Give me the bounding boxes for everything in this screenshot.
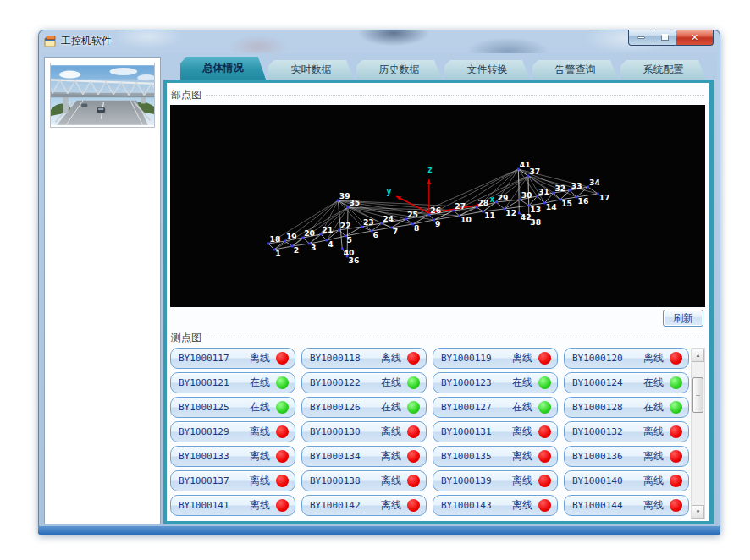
point-status: 离线 bbox=[381, 449, 407, 464]
svg-text:16: 16 bbox=[578, 196, 589, 206]
tab-1[interactable]: 总体情况 bbox=[180, 57, 266, 80]
svg-text:23: 23 bbox=[363, 217, 374, 227]
point-status: 在线 bbox=[643, 400, 670, 415]
grid-scrollbar[interactable]: ▲ ▼ bbox=[691, 348, 705, 519]
refresh-button[interactable]: 刷新 bbox=[663, 310, 703, 327]
close-icon: ✕ bbox=[691, 32, 698, 43]
status-dot-icon bbox=[276, 475, 289, 487]
bridge-photo bbox=[50, 63, 155, 128]
point-item[interactable]: BY1000128在线 bbox=[564, 397, 689, 418]
point-id: BY1000119 bbox=[441, 353, 492, 364]
app-icon bbox=[44, 36, 57, 47]
point-item[interactable]: BY1000135离线 bbox=[433, 446, 558, 467]
maximize-button[interactable] bbox=[653, 30, 676, 46]
svg-text:40: 40 bbox=[344, 248, 355, 257]
svg-text:34: 34 bbox=[589, 178, 600, 187]
svg-text:35: 35 bbox=[349, 198, 360, 207]
point-status: 离线 bbox=[250, 474, 276, 488]
status-dot-icon bbox=[670, 475, 682, 487]
maximize-icon bbox=[661, 34, 669, 41]
point-item[interactable]: BY1000131离线 bbox=[433, 421, 558, 442]
points-diagram-label: 测点图 bbox=[171, 331, 704, 345]
point-item[interactable]: BY1000118离线 bbox=[301, 348, 427, 369]
point-item[interactable]: BY1000124在线 bbox=[564, 372, 689, 393]
point-item[interactable]: BY1000120离线 bbox=[564, 348, 689, 369]
status-dot-icon bbox=[670, 352, 682, 365]
point-item[interactable]: BY1000134离线 bbox=[301, 446, 427, 467]
point-item[interactable]: BY1000117离线 bbox=[170, 348, 295, 369]
svg-text:x: x bbox=[489, 195, 494, 204]
status-dot-icon bbox=[670, 499, 682, 512]
point-id: BY1000120 bbox=[572, 353, 623, 364]
point-id: BY1000118 bbox=[310, 353, 361, 364]
point-id: BY1000127 bbox=[441, 402, 492, 413]
point-status: 离线 bbox=[512, 474, 538, 488]
point-item[interactable]: BY1000140离线 bbox=[564, 470, 689, 491]
point-item[interactable]: BY1000139离线 bbox=[433, 470, 558, 491]
point-id: BY1000132 bbox=[572, 426, 623, 437]
svg-text:13: 13 bbox=[530, 205, 541, 214]
point-status: 离线 bbox=[643, 425, 670, 439]
svg-text:32: 32 bbox=[554, 184, 565, 193]
point-status: 离线 bbox=[250, 351, 276, 365]
point-status: 在线 bbox=[512, 376, 538, 390]
point-id: BY1000137 bbox=[179, 475, 229, 486]
point-item[interactable]: BY1000119离线 bbox=[433, 348, 558, 369]
point-id: BY1000138 bbox=[310, 475, 361, 486]
svg-text:21: 21 bbox=[323, 225, 334, 234]
close-button[interactable]: ✕ bbox=[676, 30, 714, 46]
svg-text:2: 2 bbox=[294, 245, 299, 255]
scrollbar-thumb[interactable] bbox=[692, 377, 703, 413]
tab-4[interactable]: 文件转换 bbox=[444, 60, 530, 80]
scroll-up-button[interactable]: ▲ bbox=[692, 349, 704, 362]
point-id: BY1000133 bbox=[179, 451, 229, 462]
svg-text:11: 11 bbox=[484, 211, 495, 220]
point-id: BY1000121 bbox=[179, 377, 229, 388]
tab-5[interactable]: 告警查询 bbox=[532, 60, 618, 80]
status-dot-icon bbox=[670, 450, 682, 463]
point-item[interactable]: BY1000141离线 bbox=[170, 495, 295, 516]
bridge-3d-canvas[interactable]: zyx1234567891011121314151617181920212223… bbox=[170, 105, 705, 307]
status-dot-icon bbox=[407, 352, 420, 365]
point-id: BY1000140 bbox=[572, 475, 623, 486]
point-item[interactable]: BY1000138离线 bbox=[301, 470, 427, 491]
point-status: 离线 bbox=[381, 474, 407, 488]
point-item[interactable]: BY1000142离线 bbox=[301, 495, 427, 516]
point-item[interactable]: BY1000130离线 bbox=[301, 421, 427, 442]
point-item[interactable]: BY1000126在线 bbox=[301, 397, 427, 418]
point-status: 离线 bbox=[250, 498, 276, 513]
point-status: 离线 bbox=[512, 449, 538, 464]
point-item[interactable]: BY1000136离线 bbox=[564, 446, 689, 467]
point-item[interactable]: BY1000123在线 bbox=[433, 372, 558, 393]
point-item[interactable]: BY1000132离线 bbox=[564, 421, 689, 442]
point-item[interactable]: BY1000127在线 bbox=[433, 397, 558, 418]
status-dot-icon bbox=[538, 475, 551, 487]
sidebar-panel bbox=[44, 57, 161, 524]
tab-2[interactable]: 实时数据 bbox=[268, 60, 354, 80]
tab-6[interactable]: 系统配置 bbox=[620, 60, 706, 80]
window-title: 工控机软件 bbox=[61, 34, 112, 48]
status-dot-icon bbox=[407, 376, 420, 389]
point-status: 在线 bbox=[250, 376, 276, 390]
layout-diagram-label: 部点图 bbox=[171, 88, 704, 102]
point-item[interactable]: BY1000122在线 bbox=[301, 372, 427, 393]
point-item[interactable]: BY1000137离线 bbox=[170, 470, 295, 491]
point-status: 离线 bbox=[250, 425, 276, 439]
scroll-down-button[interactable]: ▼ bbox=[692, 505, 704, 519]
svg-text:25: 25 bbox=[407, 210, 418, 219]
minimize-button[interactable] bbox=[628, 30, 653, 46]
point-item[interactable]: BY1000129离线 bbox=[170, 421, 295, 442]
point-item[interactable]: BY1000125在线 bbox=[170, 397, 295, 418]
minimize-icon bbox=[637, 36, 645, 39]
point-status: 离线 bbox=[381, 498, 407, 513]
tab-3[interactable]: 历史数据 bbox=[356, 60, 442, 80]
point-item[interactable]: BY1000144离线 bbox=[564, 495, 689, 516]
point-item[interactable]: BY1000121在线 bbox=[170, 372, 295, 393]
status-dot-icon bbox=[276, 352, 289, 365]
point-status: 离线 bbox=[643, 449, 670, 464]
point-item[interactable]: BY1000143离线 bbox=[433, 495, 558, 516]
svg-text:1: 1 bbox=[275, 249, 280, 258]
point-item[interactable]: BY1000133离线 bbox=[170, 446, 295, 467]
status-dot-icon bbox=[407, 401, 420, 414]
title-bar[interactable]: 工控机软件 ✕ bbox=[38, 30, 720, 53]
